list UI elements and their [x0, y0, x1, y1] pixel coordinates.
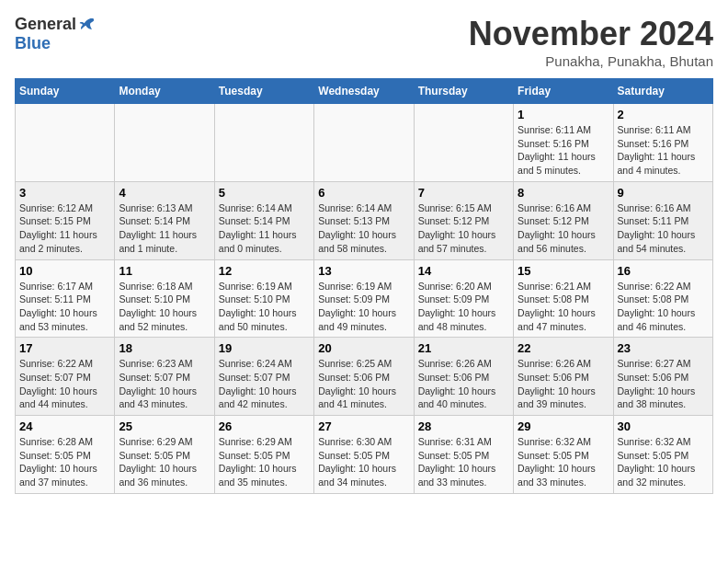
table-row: 29Sunrise: 6:32 AM Sunset: 5:05 PM Dayli… [514, 416, 613, 494]
day-info: Sunrise: 6:29 AM Sunset: 5:05 PM Dayligh… [119, 435, 210, 489]
day-info: Sunrise: 6:17 AM Sunset: 5:11 PM Dayligh… [19, 280, 110, 334]
week-row-4: 17Sunrise: 6:22 AM Sunset: 5:07 PM Dayli… [16, 338, 713, 416]
table-row: 27Sunrise: 6:30 AM Sunset: 5:05 PM Dayli… [314, 416, 414, 494]
table-row: 21Sunrise: 6:26 AM Sunset: 5:06 PM Dayli… [414, 338, 513, 416]
day-info: Sunrise: 6:11 AM Sunset: 5:16 PM Dayligh… [518, 123, 609, 178]
day-number: 13 [318, 264, 409, 278]
day-info: Sunrise: 6:28 AM Sunset: 5:05 PM Dayligh… [19, 435, 110, 489]
day-number: 5 [219, 186, 310, 200]
table-row: 19Sunrise: 6:24 AM Sunset: 5:07 PM Dayli… [214, 338, 313, 416]
table-row: 12Sunrise: 6:19 AM Sunset: 5:10 PM Dayli… [214, 259, 313, 338]
day-number: 12 [219, 264, 310, 278]
day-number: 27 [318, 419, 409, 433]
day-number: 8 [518, 186, 609, 200]
week-row-3: 10Sunrise: 6:17 AM Sunset: 5:11 PM Dayli… [16, 259, 713, 338]
day-number: 7 [418, 186, 509, 200]
title-section: November 2024 Punakha, Punakha, Bhutan [469, 15, 713, 69]
day-info: Sunrise: 6:11 AM Sunset: 5:16 PM Dayligh… [618, 123, 709, 178]
day-info: Sunrise: 6:19 AM Sunset: 5:10 PM Dayligh… [219, 280, 310, 334]
day-number: 28 [418, 419, 509, 433]
header-monday: Monday [115, 79, 214, 104]
day-info: Sunrise: 6:19 AM Sunset: 5:09 PM Dayligh… [318, 280, 409, 334]
day-info: Sunrise: 6:14 AM Sunset: 5:13 PM Dayligh… [318, 201, 409, 256]
location-subtitle: Punakha, Punakha, Bhutan [469, 53, 713, 69]
day-number: 6 [318, 186, 409, 200]
day-info: Sunrise: 6:16 AM Sunset: 5:11 PM Dayligh… [618, 201, 709, 256]
logo: General Blue [15, 15, 97, 53]
week-row-1: 1Sunrise: 6:11 AM Sunset: 5:16 PM Daylig… [16, 104, 713, 182]
day-info: Sunrise: 6:20 AM Sunset: 5:09 PM Dayligh… [418, 280, 509, 334]
header-wednesday: Wednesday [314, 79, 414, 104]
day-info: Sunrise: 6:27 AM Sunset: 5:06 PM Dayligh… [618, 357, 709, 411]
table-row: 11Sunrise: 6:18 AM Sunset: 5:10 PM Dayli… [115, 259, 214, 338]
day-info: Sunrise: 6:24 AM Sunset: 5:07 PM Dayligh… [219, 357, 310, 411]
day-number: 21 [418, 341, 509, 355]
day-info: Sunrise: 6:16 AM Sunset: 5:12 PM Dayligh… [518, 201, 609, 256]
day-number: 30 [618, 419, 709, 433]
table-row: 18Sunrise: 6:23 AM Sunset: 5:07 PM Dayli… [115, 338, 214, 416]
table-row: 2Sunrise: 6:11 AM Sunset: 5:16 PM Daylig… [613, 104, 712, 182]
table-row [115, 104, 214, 182]
day-number: 14 [418, 264, 509, 278]
table-row: 26Sunrise: 6:29 AM Sunset: 5:05 PM Dayli… [214, 416, 313, 494]
day-number: 29 [518, 419, 609, 433]
header-tuesday: Tuesday [214, 79, 313, 104]
calendar-header-row: SundayMondayTuesdayWednesdayThursdayFrid… [16, 79, 713, 104]
day-info: Sunrise: 6:14 AM Sunset: 5:14 PM Dayligh… [219, 201, 310, 256]
day-number: 25 [119, 419, 210, 433]
day-info: Sunrise: 6:26 AM Sunset: 5:06 PM Dayligh… [418, 357, 509, 411]
header-friday: Friday [514, 79, 613, 104]
day-number: 23 [618, 341, 709, 355]
day-number: 26 [219, 419, 310, 433]
table-row: 22Sunrise: 6:26 AM Sunset: 5:06 PM Dayli… [514, 338, 613, 416]
calendar-body: 1Sunrise: 6:11 AM Sunset: 5:16 PM Daylig… [16, 104, 713, 494]
header-saturday: Saturday [613, 79, 712, 104]
table-row: 30Sunrise: 6:32 AM Sunset: 5:05 PM Dayli… [613, 416, 712, 494]
table-row: 10Sunrise: 6:17 AM Sunset: 5:11 PM Dayli… [16, 259, 115, 338]
logo-blue-text: Blue [15, 34, 51, 53]
week-row-2: 3Sunrise: 6:12 AM Sunset: 5:15 PM Daylig… [16, 181, 713, 259]
day-number: 15 [518, 264, 609, 278]
day-info: Sunrise: 6:22 AM Sunset: 5:07 PM Dayligh… [19, 357, 110, 411]
day-info: Sunrise: 6:31 AM Sunset: 5:05 PM Dayligh… [418, 435, 509, 489]
table-row: 4Sunrise: 6:13 AM Sunset: 5:14 PM Daylig… [115, 181, 214, 259]
day-info: Sunrise: 6:32 AM Sunset: 5:05 PM Dayligh… [518, 435, 609, 489]
table-row [214, 104, 313, 182]
day-number: 3 [19, 186, 110, 200]
day-info: Sunrise: 6:30 AM Sunset: 5:05 PM Dayligh… [318, 435, 409, 489]
table-row: 28Sunrise: 6:31 AM Sunset: 5:05 PM Dayli… [414, 416, 513, 494]
table-row: 5Sunrise: 6:14 AM Sunset: 5:14 PM Daylig… [214, 181, 313, 259]
table-row: 9Sunrise: 6:16 AM Sunset: 5:11 PM Daylig… [613, 181, 712, 259]
day-number: 19 [219, 341, 310, 355]
table-row: 6Sunrise: 6:14 AM Sunset: 5:13 PM Daylig… [314, 181, 414, 259]
table-row: 20Sunrise: 6:25 AM Sunset: 5:06 PM Dayli… [314, 338, 414, 416]
day-number: 17 [19, 341, 110, 355]
table-row: 14Sunrise: 6:20 AM Sunset: 5:09 PM Dayli… [414, 259, 513, 338]
day-number: 11 [119, 264, 210, 278]
logo-general-text: General [15, 15, 76, 34]
day-number: 22 [518, 341, 609, 355]
table-row: 1Sunrise: 6:11 AM Sunset: 5:16 PM Daylig… [514, 104, 613, 182]
table-row: 13Sunrise: 6:19 AM Sunset: 5:09 PM Dayli… [314, 259, 414, 338]
month-title: November 2024 [469, 15, 713, 53]
day-number: 16 [618, 264, 709, 278]
table-row: 24Sunrise: 6:28 AM Sunset: 5:05 PM Dayli… [16, 416, 115, 494]
day-number: 10 [19, 264, 110, 278]
day-number: 20 [318, 341, 409, 355]
day-info: Sunrise: 6:12 AM Sunset: 5:15 PM Dayligh… [19, 201, 110, 256]
table-row: 16Sunrise: 6:22 AM Sunset: 5:08 PM Dayli… [613, 259, 712, 338]
header-thursday: Thursday [414, 79, 513, 104]
day-info: Sunrise: 6:22 AM Sunset: 5:08 PM Dayligh… [618, 280, 709, 334]
table-row [414, 104, 513, 182]
day-info: Sunrise: 6:21 AM Sunset: 5:08 PM Dayligh… [518, 280, 609, 334]
page-header: General Blue November 2024 Punakha, Puna… [15, 15, 713, 69]
day-info: Sunrise: 6:29 AM Sunset: 5:05 PM Dayligh… [219, 435, 310, 489]
day-info: Sunrise: 6:23 AM Sunset: 5:07 PM Dayligh… [119, 357, 210, 411]
table-row: 25Sunrise: 6:29 AM Sunset: 5:05 PM Dayli… [115, 416, 214, 494]
table-row [16, 104, 115, 182]
logo-bird-icon [78, 16, 97, 34]
day-info: Sunrise: 6:18 AM Sunset: 5:10 PM Dayligh… [119, 280, 210, 334]
day-info: Sunrise: 6:25 AM Sunset: 5:06 PM Dayligh… [318, 357, 409, 411]
header-sunday: Sunday [16, 79, 115, 104]
day-number: 9 [618, 186, 709, 200]
